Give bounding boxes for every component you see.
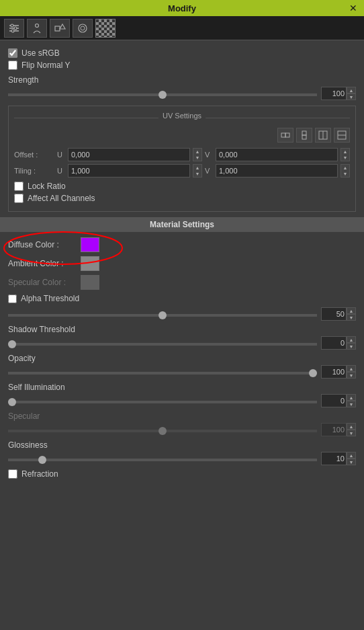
specular-slider[interactable] (8, 430, 317, 432)
shadow-threshold-input[interactable] (321, 336, 347, 350)
offset-v-input[interactable] (216, 148, 338, 161)
strength-up-btn[interactable]: ▲ (347, 87, 356, 93)
strength-slider[interactable] (8, 93, 317, 96)
glossiness-label: Glossiness (8, 440, 356, 450)
offset-u-input[interactable] (68, 148, 190, 161)
opacity-slider[interactable] (8, 372, 317, 375)
texture-tab-button[interactable] (73, 19, 93, 38)
glossiness-down-btn[interactable]: ▼ (347, 459, 356, 465)
shadow-threshold-slider-row: ▲ ▼ (8, 336, 356, 350)
glossiness-up-btn[interactable]: ▲ (347, 452, 356, 459)
offset-v-group: V ▲▼ (205, 148, 350, 161)
svg-point-3 (11, 24, 13, 27)
ambient-color-row: Ambient Color : (8, 256, 356, 271)
uv-settings-group: UV Settings (8, 106, 356, 212)
sliders-tab-button[interactable] (4, 19, 24, 38)
specular-section: Specular ▲ ▼ (8, 411, 356, 436)
refraction-checkbox[interactable] (8, 469, 17, 479)
specular-slider-row: ▲ ▼ (8, 423, 356, 436)
use-srgb-row: Use sRGB (8, 48, 356, 58)
diffuse-color-swatch[interactable] (81, 237, 99, 252)
self-illumination-slider[interactable] (8, 401, 317, 403)
alpha-threshold-slider-row: ▲ ▼ (8, 307, 356, 321)
svg-point-10 (81, 26, 85, 30)
tiling-v-spinner[interactable]: ▲▼ (340, 164, 350, 178)
specular-slider-label: Specular (8, 411, 356, 421)
alpha-threshold-input-box: ▲ ▼ (321, 307, 356, 321)
offset-u-spinner[interactable]: ▲▼ (193, 148, 202, 161)
toolbar (0, 16, 364, 40)
uv-icon-4[interactable] (334, 128, 350, 143)
glossiness-slider[interactable] (8, 459, 317, 461)
tiling-row: Tiling : U ▲▼ V ▲▼ (14, 164, 350, 178)
strength-section: Strength 100 ▲ ▼ (8, 75, 356, 100)
self-illumination-input[interactable] (321, 394, 347, 407)
opacity-input[interactable] (321, 365, 347, 379)
flip-normal-checkbox[interactable] (8, 61, 17, 70)
affect-all-channels-checkbox[interactable] (14, 194, 24, 203)
opacity-spinners: ▲ ▼ (347, 365, 356, 379)
alpha-threshold-up-btn[interactable]: ▲ (347, 307, 356, 314)
specular-down-btn[interactable]: ▼ (347, 430, 356, 436)
offset-v-spinner[interactable]: ▲▼ (340, 148, 350, 161)
strength-spinners: ▲ ▼ (347, 87, 356, 100)
close-button[interactable]: ✕ (348, 3, 359, 13)
shadow-threshold-slider[interactable] (8, 343, 317, 346)
self-illumination-up-btn[interactable]: ▲ (347, 394, 356, 401)
diffuse-color-label: Diffuse Color : (8, 240, 75, 249)
offset-u-group: U ▲▼ (57, 148, 202, 161)
title-bar: Modify ✕ (0, 0, 364, 16)
specular-input[interactable] (321, 423, 347, 436)
opacity-up-btn[interactable]: ▲ (347, 365, 356, 372)
svg-rect-7 (55, 26, 60, 31)
diffuse-color-row: Diffuse Color : (8, 237, 356, 252)
specular-up-btn[interactable]: ▲ (347, 423, 356, 430)
self-illumination-section: Self Illumination ▲ ▼ (8, 383, 356, 407)
self-illumination-input-box: ▲ ▼ (321, 394, 356, 407)
tiling-u-spinner[interactable]: ▲▼ (193, 164, 202, 178)
figure-tab-button[interactable] (27, 19, 47, 38)
alpha-threshold-down-btn[interactable]: ▼ (347, 314, 356, 321)
opacity-down-btn[interactable]: ▼ (347, 372, 356, 379)
strength-down-btn[interactable]: ▼ (347, 93, 356, 100)
offset-label: Offset : (14, 151, 54, 159)
tiling-v-input[interactable] (216, 164, 338, 178)
material-tab-button[interactable] (95, 19, 116, 38)
shapes-tab-button[interactable] (50, 19, 70, 38)
alpha-threshold-label: Alpha Threshold (21, 294, 79, 303)
shadow-threshold-label: Shadow Threshold (8, 325, 356, 334)
alpha-threshold-checkbox[interactable] (8, 294, 17, 303)
alpha-threshold-slider[interactable] (8, 314, 317, 317)
tiling-u-group: U ▲▼ (57, 164, 202, 178)
self-illumination-slider-row: ▲ ▼ (8, 394, 356, 407)
alpha-threshold-input[interactable] (321, 307, 347, 321)
tiling-u-input[interactable] (68, 164, 190, 178)
svg-point-4 (14, 27, 17, 30)
ambient-color-label: Ambient Color : (8, 259, 75, 268)
alpha-threshold-spinners: ▲ ▼ (347, 307, 356, 321)
svg-rect-14 (302, 135, 306, 139)
lock-ratio-label: Lock Ratio (28, 182, 66, 191)
shadow-threshold-section: Shadow Threshold ▲ ▼ (8, 325, 356, 350)
strength-slider-row: 100 ▲ ▼ (8, 87, 356, 100)
opacity-section: Opacity ▲ ▼ (8, 354, 356, 379)
opacity-input-box: ▲ ▼ (321, 365, 356, 379)
ambient-color-swatch[interactable] (81, 256, 99, 271)
uv-icon-3[interactable] (315, 128, 331, 143)
specular-color-swatch[interactable] (81, 275, 99, 290)
lock-ratio-checkbox[interactable] (14, 182, 24, 191)
glossiness-input[interactable] (321, 452, 347, 465)
refraction-row: Refraction (8, 469, 356, 479)
shadow-threshold-input-box: ▲ ▼ (321, 336, 356, 350)
strength-label: Strength (8, 75, 356, 85)
use-srgb-checkbox[interactable] (8, 48, 17, 58)
shadow-threshold-down-btn[interactable]: ▼ (347, 343, 356, 350)
shadow-threshold-up-btn[interactable]: ▲ (347, 336, 356, 343)
alpha-threshold-row: Alpha Threshold (8, 294, 356, 303)
window-title: Modify (168, 3, 196, 13)
self-illumination-down-btn[interactable]: ▼ (347, 401, 356, 407)
uv-icon-2[interactable] (296, 128, 312, 143)
uv-icon-1[interactable] (277, 128, 293, 143)
strength-input[interactable]: 100 (321, 87, 347, 100)
strength-input-box: 100 ▲ ▼ (321, 87, 356, 100)
